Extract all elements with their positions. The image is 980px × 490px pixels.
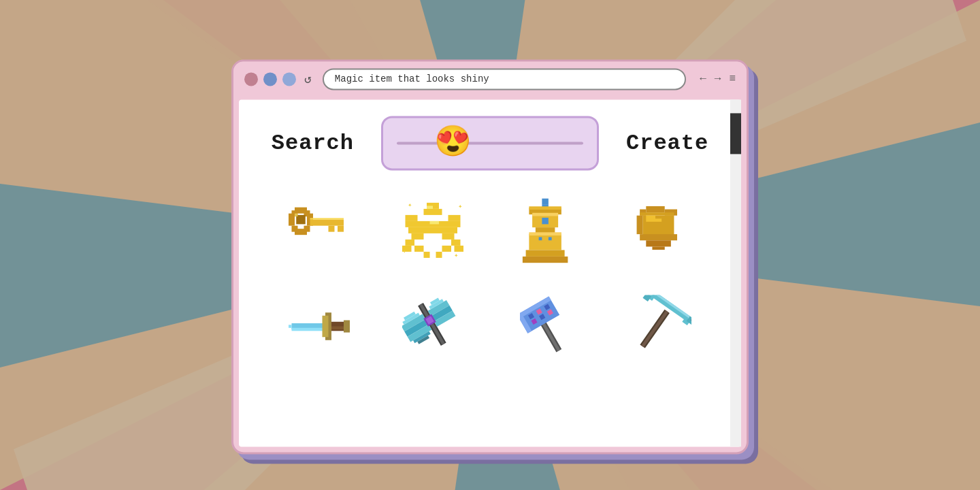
content-area: Search 😍 Create bbox=[239, 99, 741, 446]
svg-rect-66 bbox=[289, 325, 292, 328]
svg-rect-64 bbox=[331, 327, 344, 330]
svg-rect-30 bbox=[424, 252, 430, 258]
scrollbar[interactable] bbox=[730, 99, 741, 446]
item-chess-piece[interactable] bbox=[500, 189, 594, 271]
svg-rect-15 bbox=[295, 214, 298, 217]
address-bar[interactable]: Magic item that looks shiny bbox=[323, 68, 686, 90]
svg-rect-95 bbox=[641, 310, 668, 347]
forward-button[interactable]: → bbox=[715, 73, 721, 85]
svg-rect-96 bbox=[651, 295, 690, 321]
minimize-button[interactable] bbox=[263, 72, 277, 86]
item-gold-star[interactable]: ✦ ✦ ✦ ✦ bbox=[387, 189, 480, 271]
item-gold-nugget[interactable] bbox=[615, 189, 708, 271]
reload-icon[interactable]: ↺ bbox=[304, 71, 312, 86]
svg-rect-29 bbox=[442, 246, 452, 252]
svg-rect-99 bbox=[643, 295, 652, 301]
svg-rect-42 bbox=[529, 232, 562, 235]
svg-rect-54 bbox=[640, 234, 677, 240]
svg-rect-11 bbox=[310, 220, 344, 226]
sparkle-icon: ✦ bbox=[408, 201, 412, 209]
item-golden-key[interactable] bbox=[272, 189, 366, 271]
svg-rect-44 bbox=[523, 256, 568, 263]
svg-rect-37 bbox=[529, 206, 562, 210]
sparkle-icon: ✦ bbox=[402, 247, 406, 255]
svg-rect-33 bbox=[430, 221, 440, 225]
svg-rect-62 bbox=[322, 316, 328, 338]
svg-rect-51 bbox=[637, 216, 643, 234]
nav-controls: ← → ≡ bbox=[700, 73, 736, 85]
title-bar: ↺ Magic item that looks shiny ← → ≡ bbox=[233, 61, 747, 97]
star-wrapper: ✦ ✦ ✦ ✦ bbox=[402, 199, 463, 261]
svg-rect-23 bbox=[442, 233, 455, 240]
svg-rect-31 bbox=[436, 252, 442, 258]
svg-rect-14 bbox=[338, 226, 344, 232]
sparkle-icon: ✦ bbox=[458, 202, 462, 210]
scrollbar-thumb[interactable] bbox=[730, 113, 741, 154]
address-text: Magic item that looks shiny bbox=[335, 74, 489, 84]
item-pickaxe[interactable] bbox=[615, 284, 708, 366]
browser-window-wrapper: ↺ Magic item that looks shiny ← → ≡ Sear… bbox=[231, 59, 749, 454]
traffic-lights bbox=[244, 72, 296, 86]
svg-rect-17 bbox=[424, 209, 442, 215]
svg-rect-41 bbox=[529, 233, 562, 250]
sparkle-icon: ✦ bbox=[454, 251, 458, 259]
svg-rect-47 bbox=[549, 237, 552, 240]
svg-rect-58 bbox=[655, 218, 662, 222]
svg-rect-43 bbox=[526, 250, 565, 257]
svg-rect-55 bbox=[647, 240, 672, 246]
slider-container[interactable]: 😍 bbox=[381, 116, 599, 170]
svg-rect-24 bbox=[406, 240, 415, 246]
browser-window: ↺ Magic item that looks shiny ← → ≡ Sear… bbox=[231, 59, 749, 454]
svg-rect-84 bbox=[540, 321, 560, 351]
create-label[interactable]: Create bbox=[626, 131, 708, 156]
svg-rect-20 bbox=[406, 215, 418, 221]
svg-rect-25 bbox=[451, 240, 461, 246]
svg-rect-39 bbox=[532, 212, 558, 216]
svg-rect-9 bbox=[304, 226, 310, 232]
item-diamond-sword[interactable] bbox=[272, 284, 366, 366]
slider-emoji: 😍 bbox=[434, 128, 472, 158]
svg-rect-45 bbox=[542, 217, 549, 224]
menu-button[interactable]: ≡ bbox=[729, 73, 736, 85]
svg-rect-32 bbox=[427, 206, 433, 209]
back-button[interactable]: ← bbox=[700, 73, 706, 85]
close-button[interactable] bbox=[244, 72, 258, 86]
item-magic-hammer[interactable] bbox=[500, 284, 594, 366]
svg-rect-65 bbox=[344, 321, 350, 333]
slider-track: 😍 bbox=[397, 142, 583, 144]
svg-rect-56 bbox=[653, 246, 665, 250]
svg-rect-22 bbox=[412, 233, 424, 240]
search-label[interactable]: Search bbox=[272, 131, 354, 156]
svg-rect-13 bbox=[328, 226, 334, 232]
mode-row: Search 😍 Create bbox=[266, 116, 714, 170]
svg-rect-21 bbox=[448, 215, 461, 221]
svg-rect-34 bbox=[542, 198, 549, 205]
item-battle-axe[interactable] bbox=[387, 284, 480, 366]
svg-rect-5 bbox=[289, 214, 295, 226]
maximize-button[interactable] bbox=[282, 72, 296, 86]
svg-rect-57 bbox=[647, 216, 656, 222]
svg-rect-19 bbox=[408, 227, 457, 233]
svg-rect-48 bbox=[647, 206, 665, 212]
svg-rect-46 bbox=[539, 237, 542, 240]
svg-rect-12 bbox=[310, 218, 344, 219]
svg-rect-52 bbox=[640, 212, 674, 216]
svg-rect-28 bbox=[414, 246, 424, 252]
items-grid: ✦ ✦ ✦ ✦ bbox=[272, 189, 708, 366]
